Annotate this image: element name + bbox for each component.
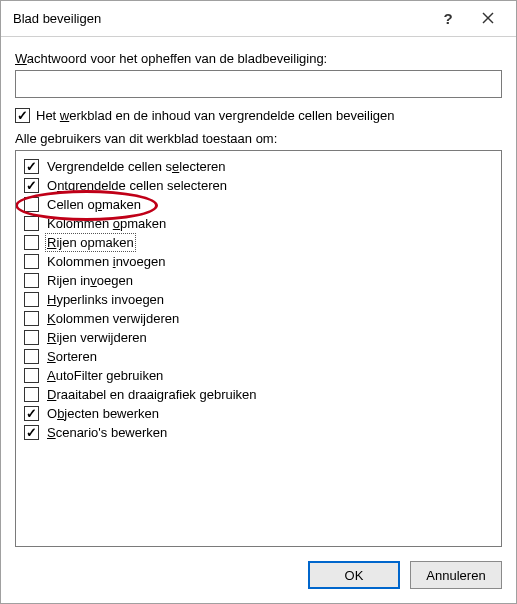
permission-label: AutoFilter gebruiken (47, 368, 163, 383)
permission-row[interactable]: Scenario's bewerken (24, 423, 493, 442)
permission-checkbox[interactable] (24, 159, 39, 174)
permission-checkbox[interactable] (24, 292, 39, 307)
permission-label: Vergrendelde cellen selecteren (47, 159, 226, 174)
permission-label: Kolommen invoegen (47, 254, 166, 269)
permission-row[interactable]: Hyperlinks invoegen (24, 290, 493, 309)
permission-row[interactable]: Sorteren (24, 347, 493, 366)
ok-button[interactable]: OK (308, 561, 400, 589)
permission-checkbox[interactable] (24, 311, 39, 326)
close-icon (482, 10, 494, 27)
permission-row[interactable]: AutoFilter gebruiken (24, 366, 493, 385)
help-icon: ? (443, 10, 452, 27)
password-input[interactable] (15, 70, 502, 98)
permission-label: Cellen opmaken (47, 197, 141, 212)
button-bar: OK Annuleren (1, 547, 516, 603)
permission-checkbox[interactable] (24, 406, 39, 421)
permission-row[interactable]: Cellen opmaken (24, 195, 493, 214)
password-label: Wachtwoord voor het opheffen van de blad… (15, 51, 502, 66)
permission-label: Kolommen opmaken (47, 216, 166, 231)
permission-label: Rijen verwijderen (47, 330, 147, 345)
cancel-button[interactable]: Annuleren (410, 561, 502, 589)
permission-checkbox[interactable] (24, 349, 39, 364)
dialog-content: Wachtwoord voor het opheffen van de blad… (1, 37, 516, 547)
permission-row[interactable]: Kolommen opmaken (24, 214, 493, 233)
permissions-list[interactable]: Vergrendelde cellen selecterenOntgrendel… (15, 150, 502, 547)
permission-checkbox[interactable] (24, 254, 39, 269)
permission-label: Scenario's bewerken (47, 425, 167, 440)
permission-label: Objecten bewerken (47, 406, 159, 421)
permission-row[interactable]: Kolommen verwijderen (24, 309, 493, 328)
permission-label: Draaitabel en draaigrafiek gebruiken (47, 387, 257, 402)
permission-checkbox[interactable] (24, 273, 39, 288)
titlebar: Blad beveiligen ? (1, 1, 516, 37)
close-button[interactable] (468, 5, 508, 33)
permission-label: Rijen invoegen (47, 273, 133, 288)
permission-label: Kolommen verwijderen (47, 311, 179, 326)
titlebar-title: Blad beveiligen (13, 11, 428, 26)
protect-contents-label: Het werkblad en de inhoud van vergrendel… (36, 108, 394, 123)
permission-label: Hyperlinks invoegen (47, 292, 164, 307)
protect-sheet-dialog: Blad beveiligen ? Wachtwoord voor het op… (0, 0, 517, 604)
permission-label: Sorteren (47, 349, 97, 364)
permission-checkbox[interactable] (24, 368, 39, 383)
permission-row[interactable]: Rijen verwijderen (24, 328, 493, 347)
permission-checkbox[interactable] (24, 197, 39, 212)
help-button[interactable]: ? (428, 5, 468, 33)
permission-row[interactable]: Vergrendelde cellen selecteren (24, 157, 493, 176)
permission-checkbox[interactable] (24, 235, 39, 250)
protect-contents-checkbox[interactable] (15, 108, 30, 123)
permission-checkbox[interactable] (24, 178, 39, 193)
permission-row[interactable]: Rijen opmaken (24, 233, 493, 252)
permission-label: Ontgrendelde cellen selecteren (47, 178, 227, 193)
permission-checkbox[interactable] (24, 216, 39, 231)
permission-row[interactable]: Objecten bewerken (24, 404, 493, 423)
permission-row[interactable]: Ontgrendelde cellen selecteren (24, 176, 493, 195)
permission-row[interactable]: Rijen invoegen (24, 271, 493, 290)
permission-checkbox[interactable] (24, 330, 39, 345)
permission-label: Rijen opmaken (47, 235, 134, 250)
permission-row[interactable]: Draaitabel en draaigrafiek gebruiken (24, 385, 493, 404)
permissions-label: Alle gebruikers van dit werkblad toestaa… (15, 131, 502, 146)
protect-contents-row[interactable]: Het werkblad en de inhoud van vergrendel… (15, 108, 502, 123)
permission-checkbox[interactable] (24, 387, 39, 402)
permission-row[interactable]: Kolommen invoegen (24, 252, 493, 271)
permission-checkbox[interactable] (24, 425, 39, 440)
